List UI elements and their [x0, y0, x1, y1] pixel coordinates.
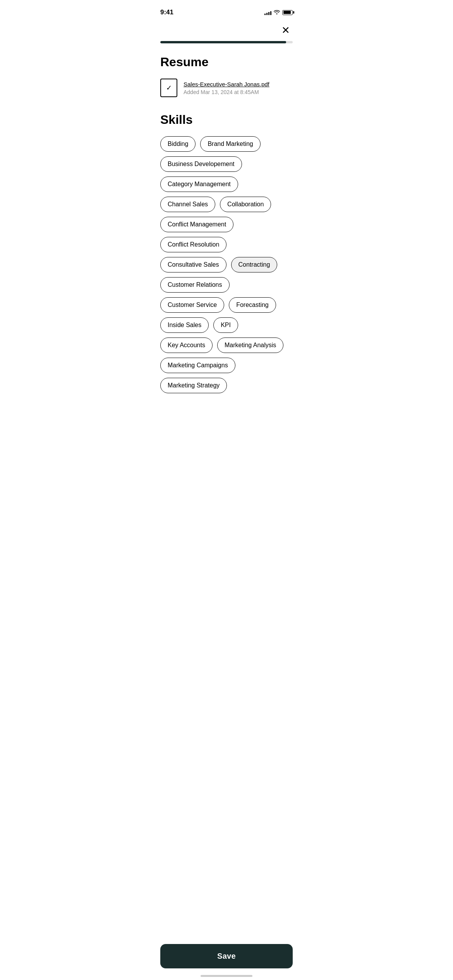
skill-tag[interactable]: Marketing Strategy [160, 378, 227, 393]
skill-tag[interactable]: Category Management [160, 176, 238, 192]
close-button[interactable]: ✕ [279, 23, 293, 37]
progress-area [151, 41, 302, 43]
skill-tag[interactable]: Conflict Management [160, 217, 233, 232]
file-icon-inner: ✓ [166, 84, 172, 92]
resume-info: Sales-Executive-Sarah Jonas.pdf Added Ma… [184, 81, 269, 95]
skill-tag[interactable]: Customer Relations [160, 277, 230, 293]
skill-tag[interactable]: Inside Sales [160, 317, 209, 333]
skill-tag[interactable]: Business Developement [160, 156, 242, 172]
status-icons [264, 9, 293, 15]
skill-tag[interactable]: Key Accounts [160, 338, 213, 353]
wifi-icon [274, 9, 280, 15]
resume-card: ✓ Sales-Executive-Sarah Jonas.pdf Added … [160, 79, 293, 97]
skills-section-title: Skills [160, 113, 293, 127]
skill-tag[interactable]: KPI [213, 317, 238, 333]
resume-section: Resume ✓ Sales-Executive-Sarah Jonas.pdf… [151, 55, 302, 97]
resume-filename[interactable]: Sales-Executive-Sarah Jonas.pdf [184, 81, 269, 87]
file-checkmark-icon: ✓ [166, 84, 172, 92]
close-area: ✕ [151, 19, 302, 41]
resume-section-title: Resume [160, 55, 293, 69]
progress-bar [160, 41, 293, 43]
skill-tag[interactable]: Consultative Sales [160, 257, 226, 272]
close-icon: ✕ [281, 25, 290, 35]
skill-tag[interactable]: Contracting [231, 257, 278, 272]
battery-icon [282, 10, 293, 15]
skill-tag[interactable]: Marketing Analysis [217, 338, 283, 353]
resume-date: Added Mar 13, 2024 at 8:45AM [184, 89, 269, 95]
skill-tag[interactable]: Conflict Resolution [160, 237, 226, 252]
skills-section: Skills BiddingBrand MarketingBusiness De… [151, 113, 302, 393]
progress-fill [160, 41, 286, 43]
status-time: 9:41 [160, 9, 173, 16]
skill-tag[interactable]: Marketing Campaigns [160, 358, 235, 373]
status-bar: 9:41 [151, 0, 302, 19]
skill-tag[interactable]: Forecasting [229, 297, 276, 313]
skill-tag[interactable]: Customer Service [160, 297, 224, 313]
skill-tag[interactable]: Channel Sales [160, 197, 215, 212]
skill-tag[interactable]: Brand Marketing [200, 136, 260, 152]
skill-tag[interactable]: Collaboration [220, 197, 271, 212]
file-icon: ✓ [160, 79, 177, 97]
skills-tags: BiddingBrand MarketingBusiness Developem… [160, 136, 293, 393]
signal-icon [264, 10, 271, 15]
skill-tag[interactable]: Bidding [160, 136, 196, 152]
